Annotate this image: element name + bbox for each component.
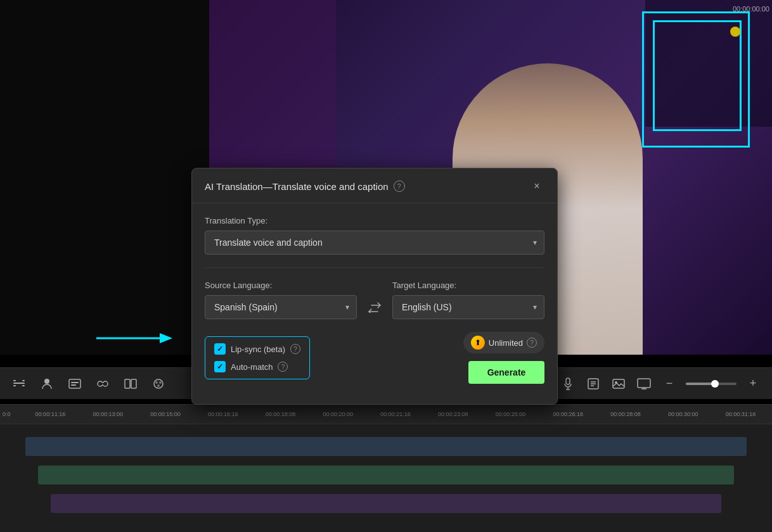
- zoom-slider[interactable]: [686, 383, 737, 385]
- svg-point-19: [157, 384, 160, 387]
- toolbar-icon-caption[interactable]: [66, 375, 84, 393]
- lip-sync-check: ✓: [217, 345, 223, 353]
- generate-button[interactable]: Generate: [468, 361, 544, 384]
- time-13: 00:00:31:16: [712, 411, 769, 417]
- target-language-wrapper: English (US) Spanish (Spain) French Germ…: [392, 295, 544, 319]
- translation-type-wrapper: Translate voice and caption Translate ca…: [205, 231, 544, 255]
- video-dark-panel: [0, 0, 209, 355]
- svg-rect-8: [69, 379, 80, 388]
- toolbar-icon-trim[interactable]: [10, 375, 28, 393]
- time-9: 00:00:25:00: [482, 411, 539, 417]
- time-1: 00:00:11:16: [22, 411, 79, 417]
- tutorial-arrow: [96, 329, 179, 350]
- options-row: ✓ Lip-sync (beta) ? ✓ Auto-match ?: [205, 332, 544, 384]
- track-bar-3[interactable]: [51, 494, 721, 513]
- timeline-tracks: [0, 424, 772, 532]
- language-row: Source Language: Spanish (Spain) Spanish…: [205, 281, 544, 319]
- track-bar-1[interactable]: [25, 437, 747, 456]
- toolbar-right: − +: [559, 375, 762, 393]
- lip-sync-info-icon[interactable]: ?: [290, 344, 300, 354]
- dialog-close-button[interactable]: ×: [529, 179, 544, 194]
- auto-match-checkbox[interactable]: ✓: [214, 361, 226, 372]
- translation-type-select[interactable]: Translate voice and caption Translate ca…: [205, 231, 544, 255]
- svg-marker-1: [160, 333, 172, 343]
- right-actions: ⬆ Unlimited ? Generate: [463, 332, 544, 384]
- toolbar-icon-text[interactable]: [584, 375, 602, 393]
- lip-sync-item[interactable]: ✓ Lip-sync (beta) ?: [214, 343, 300, 355]
- svg-rect-20: [566, 378, 570, 384]
- translation-type-label: Translation Type:: [205, 216, 544, 225]
- time-0: 0:0: [3, 411, 22, 417]
- toolbar-icon-monitor[interactable]: [635, 375, 653, 393]
- toolbar-icon-mic[interactable]: [559, 375, 577, 393]
- svg-rect-6: [22, 385, 25, 386]
- dialog-header: AI Translation—Translate voice and capti…: [192, 168, 557, 203]
- time-2: 00:00:13:00: [79, 411, 137, 417]
- svg-point-17: [155, 381, 158, 384]
- dialog-title-wrap: AI Translation—Translate voice and capti…: [205, 180, 405, 192]
- auto-match-info-icon[interactable]: ?: [278, 362, 288, 372]
- auto-match-label: Auto-match: [231, 362, 273, 372]
- source-language-group: Source Language: Spanish (Spain) Spanish…: [205, 281, 357, 319]
- track-bar-2[interactable]: [38, 466, 734, 484]
- zoom-out-button[interactable]: −: [660, 375, 678, 393]
- svg-rect-29: [638, 379, 650, 388]
- dialog-body: Translation Type: Translate voice and ca…: [192, 203, 557, 404]
- source-language-label: Source Language:: [205, 281, 357, 290]
- svg-rect-14: [125, 379, 130, 388]
- time-6: 00:00:20:00: [309, 411, 367, 417]
- divider: [205, 267, 544, 268]
- toolbar-icon-layout[interactable]: [122, 375, 139, 393]
- zoom-in-button[interactable]: +: [744, 375, 762, 393]
- timeline-ruler: 0:0 00:00:11:16 00:00:13:00 00:00:15:00 …: [0, 404, 772, 424]
- unlimited-help-icon[interactable]: ?: [527, 338, 537, 348]
- svg-rect-4: [13, 385, 16, 386]
- time-5: 00:00:18:08: [252, 411, 309, 417]
- time-8: 00:00:23:08: [424, 411, 482, 417]
- unlimited-badge[interactable]: ⬆ Unlimited ?: [463, 332, 544, 353]
- cyan-rect-inner: [653, 20, 742, 131]
- svg-point-18: [159, 381, 162, 384]
- toolbar-icon-color[interactable]: [150, 375, 167, 393]
- auto-match-check: ✓: [217, 362, 223, 371]
- dialog-title: AI Translation—Translate voice and capti…: [205, 181, 389, 192]
- unlimited-icon: ⬆: [471, 336, 485, 350]
- checkbox-group: ✓ Lip-sync (beta) ? ✓ Auto-match ?: [205, 336, 310, 379]
- svg-point-7: [44, 379, 49, 384]
- time-4: 00:00:16:16: [194, 411, 252, 417]
- svg-rect-5: [22, 380, 25, 381]
- source-language-wrapper: Spanish (Spain) Spanish (Mexico) English…: [205, 295, 357, 319]
- time-7: 00:00:21:16: [367, 411, 425, 417]
- lip-sync-checkbox[interactable]: ✓: [214, 343, 226, 355]
- target-language-group: Target Language: English (US) Spanish (S…: [392, 281, 544, 319]
- svg-rect-3: [13, 380, 16, 381]
- toolbar-icon-image[interactable]: [610, 375, 627, 393]
- toolbar-icon-sync[interactable]: [94, 375, 112, 393]
- time-11: 00:00:28:08: [597, 411, 655, 417]
- svg-rect-15: [131, 379, 136, 388]
- language-swap-button[interactable]: [364, 295, 385, 319]
- toolbar-icon-person[interactable]: [38, 375, 56, 393]
- auto-match-item[interactable]: ✓ Auto-match ?: [214, 361, 300, 372]
- unlimited-text: Unlimited: [489, 338, 523, 348]
- yellow-indicator: [730, 27, 740, 37]
- ai-translation-dialog: AI Translation—Translate voice and capti…: [191, 168, 558, 405]
- lip-sync-label: Lip-sync (beta): [231, 345, 285, 354]
- svg-rect-27: [613, 379, 624, 388]
- source-language-select[interactable]: Spanish (Spain) Spanish (Mexico) English…: [205, 295, 357, 319]
- time-12: 00:00:30:00: [654, 411, 712, 417]
- svg-rect-10: [71, 384, 76, 386]
- target-language-select[interactable]: English (US) Spanish (Spain) French Germ…: [392, 295, 544, 319]
- dialog-info-icon[interactable]: ?: [394, 180, 405, 192]
- target-language-label: Target Language:: [392, 281, 544, 290]
- svg-rect-9: [71, 382, 79, 383]
- time-3: 00:00:15:00: [137, 411, 195, 417]
- time-10: 00:00:26:16: [539, 411, 597, 417]
- svg-rect-2: [13, 383, 25, 384]
- svg-rect-13: [100, 383, 105, 384]
